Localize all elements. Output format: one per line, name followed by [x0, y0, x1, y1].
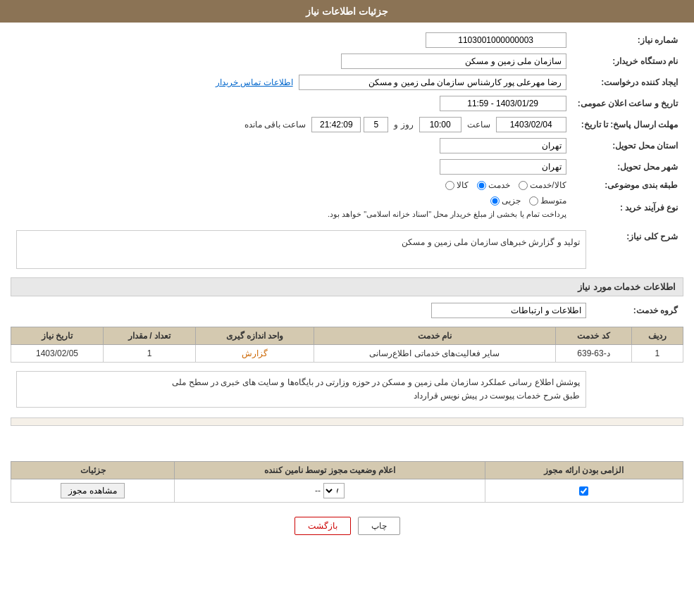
city-row: شهر محل تحویل:	[11, 156, 683, 177]
table-row: 1 د-63-639 سایر فعالیت‌های خدماتی اطلاع‌…	[11, 345, 683, 363]
buyer-notes-value: پوشش اطلاع رسانی عملکرد سازمان ملی زمین …	[11, 368, 592, 410]
requester-label: ایجاد کننده درخواست:	[572, 72, 683, 93]
cell-date: 1403/02/05	[11, 345, 104, 363]
purchase-type-row: نوع فرآیند خرید : متوسط جزیی	[11, 193, 683, 222]
back-button[interactable]: بازگشت	[295, 517, 351, 535]
service-group-table: گروه خدمت:	[11, 300, 683, 321]
purchase-type-value: متوسط جزیی پرداخت تمام یا بخشی از مبلغ خ…	[11, 193, 572, 222]
col-unit: واحد اندازه گیری	[195, 327, 314, 345]
city-label: شهر محل تحویل:	[572, 156, 683, 177]
permit-header-row: الزامی بودن ارائه مجوز اعلام وضعیت مجوز …	[11, 462, 683, 479]
buyer-notes-box: پوشش اطلاع رسانی عملکرد سازمان ملی زمین …	[16, 371, 586, 408]
requester-row: ایجاد کننده درخواست: اطلاعات تماس خریدار	[11, 72, 683, 93]
main-content: شماره نیاز: نام دستگاه خریدار: ایجاد کنن…	[0, 23, 694, 553]
permit-col-required: الزامی بودن ارائه مجوز	[485, 462, 683, 479]
announce-datetime-value	[11, 93, 572, 114]
cell-quantity: 1	[104, 345, 196, 363]
province-input[interactable]	[440, 138, 566, 153]
city-input[interactable]	[440, 159, 566, 175]
response-deadline-row: مهلت ارسال پاسخ: تا تاریخ: ساعت روز و سا…	[11, 114, 683, 135]
services-table-body: 1 د-63-639 سایر فعالیت‌های خدماتی اطلاع‌…	[11, 345, 683, 363]
buyer-org-label: نام دستگاه خریدار:	[572, 51, 683, 72]
permit-col-details: جزئیات	[11, 462, 175, 479]
province-value	[11, 135, 572, 156]
permit-table: الزامی بودن ارائه مجوز اعلام وضعیت مجوز …	[11, 461, 683, 503]
col-service-name: نام خدمت	[314, 327, 555, 345]
province-row: استان محل تحویل:	[11, 135, 683, 156]
col-date: تاریخ نیاز	[11, 327, 104, 345]
services-table-head: ردیف کد خدمت نام خدمت واحد اندازه گیری ت…	[11, 327, 683, 345]
response-days-input[interactable]	[364, 117, 388, 132]
cell-unit: گزارش	[195, 345, 314, 363]
need-desc-label: شرح کلی نیاز:	[592, 227, 683, 272]
contact-link[interactable]: اطلاعات تماس خریدار	[216, 77, 293, 87]
permit-details-cell: مشاهده مجوز	[11, 479, 175, 503]
spacer	[11, 429, 683, 458]
buyer-notes-table: پوشش اطلاع رسانی عملکرد سازمان ملی زمین …	[11, 368, 683, 410]
response-date-input[interactable]	[496, 117, 566, 132]
permit-required-checkbox[interactable]	[579, 486, 588, 496]
permit-status-value: --	[315, 486, 321, 496]
buyer-org-value	[11, 51, 572, 72]
need-number-row: شماره نیاز:	[11, 30, 683, 51]
announce-datetime-input[interactable]	[440, 96, 566, 111]
need-number-label: شماره نیاز:	[572, 30, 683, 51]
col-service-code: کد خدمت	[556, 327, 632, 345]
response-time-input[interactable]	[419, 117, 461, 132]
buyer-org-input[interactable]	[341, 54, 566, 69]
category-label: طبقه بندی موضوعی:	[572, 177, 683, 193]
cell-row-num: 1	[631, 345, 683, 363]
cell-service-code: د-63-639	[556, 345, 632, 363]
service-group-value	[11, 300, 592, 321]
footer-buttons: چاپ بازگشت	[11, 506, 683, 546]
requester-value: اطلاعات تماس خریدار	[11, 72, 572, 93]
service-group-label: گروه خدمت:	[592, 300, 683, 321]
service-group-row: گروه خدمت:	[11, 300, 683, 321]
need-desc-row: شرح کلی نیاز: تولید و گزارش خبرهای سازما…	[11, 227, 683, 272]
remaining-time-input[interactable]	[311, 117, 361, 132]
info-table: شماره نیاز: نام دستگاه خریدار: ایجاد کنن…	[11, 30, 683, 222]
requester-input[interactable]	[299, 75, 566, 90]
need-desc-box: تولید و گزارش خبرهای سازمان ملی زمین و م…	[16, 230, 586, 269]
category-kala[interactable]: کالا	[445, 180, 469, 190]
purchase-type-medium[interactable]: متوسط	[529, 196, 566, 206]
remaining-label: ساعت باقی مانده	[244, 120, 306, 130]
services-data-table: ردیف کد خدمت نام خدمت واحد اندازه گیری ت…	[11, 327, 683, 363]
permit-col-status: اعلام وضعیت مجوز توسط نامین کننده	[175, 462, 485, 479]
response-time-label: ساعت	[467, 120, 490, 130]
announce-datetime-row: تاریخ و ساعت اعلان عمومی:	[11, 93, 683, 114]
purchase-type-label: نوع فرآیند خرید :	[572, 193, 683, 222]
purchase-type-partial[interactable]: جزیی	[490, 196, 521, 206]
cell-service-name: سایر فعالیت‌های خدماتی اطلاع‌رسانی	[314, 345, 555, 363]
page-wrapper: جزئیات اطلاعات نیاز شماره نیاز: نام دستگ…	[0, 0, 694, 616]
buyer-notes-row: پوشش اطلاع رسانی عملکرد سازمان ملی زمین …	[11, 368, 683, 410]
category-khedmat[interactable]: خدمت	[477, 180, 510, 190]
response-deadline-value: ساعت روز و ساعت باقی مانده	[11, 114, 572, 135]
view-permit-button[interactable]: مشاهده مجوز	[61, 483, 124, 498]
category-row: طبقه بندی موضوعی: کالا/خدمت خدمت کالا	[11, 177, 683, 193]
permit-status-select[interactable]: ∨	[323, 483, 345, 498]
announce-datetime-label: تاریخ و ساعت اعلان عمومی:	[572, 93, 683, 114]
city-value	[11, 156, 572, 177]
need-number-value	[11, 30, 572, 51]
response-deadline-label: مهلت ارسال پاسخ: تا تاریخ:	[572, 114, 683, 135]
need-desc-table: شرح کلی نیاز: تولید و گزارش خبرهای سازما…	[11, 227, 683, 272]
province-label: استان محل تحویل:	[572, 135, 683, 156]
category-kala-khedmat[interactable]: کالا/خدمت	[519, 180, 566, 190]
permit-row: ∨ -- مشاهده مجوز	[11, 479, 683, 503]
col-quantity: تعداد / مقدار	[104, 327, 196, 345]
need-number-input[interactable]	[426, 32, 566, 48]
permit-table-body: ∨ -- مشاهده مجوز	[11, 479, 683, 503]
services-section-title: اطلاعات خدمات مورد نیاز	[11, 277, 683, 296]
page-header: جزئیات اطلاعات نیاز	[0, 0, 694, 23]
response-days-label: روز و	[394, 120, 413, 130]
page-title: جزئیات اطلاعات نیاز	[306, 6, 388, 17]
permit-table-head: الزامی بودن ارائه مجوز اعلام وضعیت مجوز …	[11, 462, 683, 479]
service-group-input[interactable]	[431, 303, 586, 318]
purchase-note: پرداخت تمام یا بخشی از مبلغ خریدار محل "…	[328, 210, 566, 218]
category-value: کالا/خدمت خدمت کالا	[11, 177, 572, 193]
buyer-notes-label	[592, 368, 683, 410]
print-button[interactable]: چاپ	[358, 517, 400, 535]
services-table-header-row: ردیف کد خدمت نام خدمت واحد اندازه گیری ت…	[11, 327, 683, 345]
buyer-org-row: نام دستگاه خریدار:	[11, 51, 683, 72]
